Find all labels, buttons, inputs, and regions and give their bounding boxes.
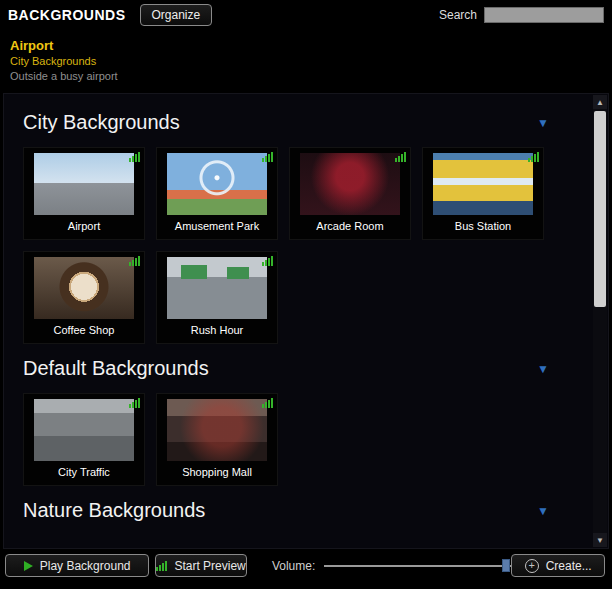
background-tile-label: Amusement Park <box>157 220 277 232</box>
background-thumbnail <box>34 399 134 461</box>
background-thumbnail <box>167 153 267 215</box>
start-preview-label: Start Preview <box>174 559 245 573</box>
collapse-arrow-icon[interactable]: ▼ <box>537 363 549 375</box>
background-thumbnail <box>167 257 267 319</box>
collapse-arrow-icon[interactable]: ▼ <box>537 117 549 129</box>
organize-button[interactable]: Organize <box>140 4 213 26</box>
plus-icon <box>525 559 539 573</box>
background-tile-label: Rush Hour <box>157 324 277 336</box>
scroll-down-arrow-icon[interactable]: ▼ <box>593 533 607 547</box>
background-tile-label: Airport <box>24 220 144 232</box>
background-tile-bus-station[interactable]: Bus Station <box>422 147 544 240</box>
bottom-toolbar: Play Background Start Preview Volume: Cr… <box>0 549 612 582</box>
vertical-scrollbar[interactable]: ▲ ▼ <box>593 95 607 547</box>
audio-meter-icon <box>129 256 140 266</box>
page-title: BACKGROUNDS <box>8 7 126 23</box>
audio-meter-icon <box>156 561 167 571</box>
section-header-default: Default Backgrounds ▼ <box>23 357 573 380</box>
play-background-button[interactable]: Play Background <box>5 554 149 577</box>
backgrounds-list: City Backgrounds ▼ Airport Amusement Par… <box>4 94 592 548</box>
scroll-up-arrow-icon[interactable]: ▲ <box>593 95 607 109</box>
search-input[interactable] <box>484 7 604 23</box>
audio-meter-icon <box>129 398 140 408</box>
selected-background-description: Outside a busy airport <box>10 69 602 84</box>
background-tile-amusement-park[interactable]: Amusement Park <box>156 147 278 240</box>
background-tile-shopping-mall[interactable]: Shopping Mall <box>156 393 278 486</box>
background-tile-label: Bus Station <box>423 220 543 232</box>
create-button[interactable]: Create... <box>511 554 605 577</box>
background-thumbnail <box>433 153 533 215</box>
search-area: Search <box>439 7 604 23</box>
background-tile-label: City Traffic <box>24 466 144 478</box>
volume-slider[interactable] <box>324 558 511 573</box>
scrollbar-thumb[interactable] <box>594 111 606 307</box>
volume-slider-track <box>324 565 511 567</box>
section-title: Nature Backgrounds <box>23 499 205 522</box>
background-tile-coffee-shop[interactable]: Coffee Shop <box>23 251 145 344</box>
section-title: Default Backgrounds <box>23 357 209 380</box>
selected-background-category: City Backgrounds <box>10 54 602 69</box>
collapse-arrow-icon[interactable]: ▼ <box>537 505 549 517</box>
audio-meter-icon <box>262 398 273 408</box>
audio-meter-icon <box>262 152 273 162</box>
background-tile-arcade-room[interactable]: Arcade Room <box>289 147 411 240</box>
background-thumbnail <box>167 399 267 461</box>
play-background-label: Play Background <box>40 559 131 573</box>
background-tile-city-traffic[interactable]: City Traffic <box>23 393 145 486</box>
background-thumbnail <box>34 153 134 215</box>
background-thumbnail <box>34 257 134 319</box>
volume-label: Volume: <box>272 559 315 573</box>
background-tile-label: Arcade Room <box>290 220 410 232</box>
start-preview-button[interactable]: Start Preview <box>155 554 247 577</box>
tile-grid-default: City Traffic Shopping Mall <box>23 393 573 486</box>
search-label: Search <box>439 8 477 22</box>
background-thumbnail <box>300 153 400 215</box>
section-header-city: City Backgrounds ▼ <box>23 111 573 134</box>
current-selection: Airport City Backgrounds Outside a busy … <box>0 30 612 93</box>
audio-meter-icon <box>129 152 140 162</box>
audio-meter-icon <box>395 152 406 162</box>
audio-meter-icon <box>528 152 539 162</box>
create-label: Create... <box>546 559 592 573</box>
top-bar: BACKGROUNDS Organize Search <box>0 0 612 30</box>
play-icon <box>24 561 33 571</box>
audio-meter-icon <box>262 256 273 266</box>
volume-slider-handle[interactable] <box>502 559 510 572</box>
background-tile-airport[interactable]: Airport <box>23 147 145 240</box>
selected-background-name: Airport <box>10 37 602 54</box>
section-header-nature: Nature Backgrounds ▼ <box>23 499 573 522</box>
tile-grid-city: Airport Amusement Park Arcade Room Bus S… <box>23 147 573 344</box>
section-title: City Backgrounds <box>23 111 180 134</box>
backgrounds-panel: City Backgrounds ▼ Airport Amusement Par… <box>3 93 609 549</box>
background-tile-label: Coffee Shop <box>24 324 144 336</box>
background-tile-rush-hour[interactable]: Rush Hour <box>156 251 278 344</box>
background-tile-label: Shopping Mall <box>157 466 277 478</box>
